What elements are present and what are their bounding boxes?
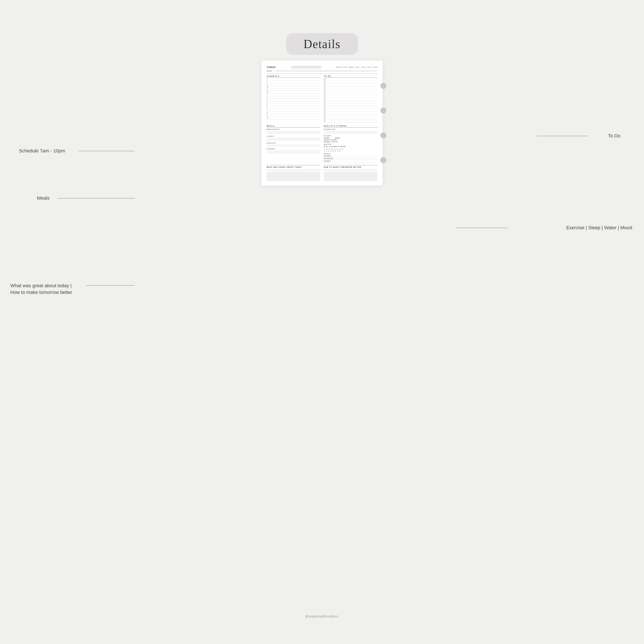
lunch-line-2 [267, 139, 320, 139]
dinner-label: DINNER [267, 148, 320, 150]
tomorrow-line-2 [324, 170, 377, 171]
todo-row-9 [324, 100, 377, 103]
mood-label: MOOD [324, 153, 377, 155]
binding-dot-3 [380, 132, 386, 138]
breakfast-line-3 [267, 133, 320, 134]
binding-dot-1 [380, 83, 386, 89]
binding-dots [380, 61, 386, 185]
todo-row-6 [324, 92, 377, 95]
today-label: TODAY [267, 66, 276, 68]
schedule-row-4: 4 [267, 101, 320, 104]
schedule-row-5: 5 [267, 104, 320, 106]
todo-row-2 [324, 81, 377, 84]
todo-row-8 [324, 98, 377, 100]
todo-circle-16 [324, 120, 325, 122]
what-great-line-2 [267, 170, 320, 171]
dinner-line-1 [267, 151, 320, 151]
awake-field: AWAKE : [335, 137, 341, 139]
main-divider [267, 74, 377, 74]
todo-header: TO DO [324, 75, 377, 77]
exercise-line-1 [324, 131, 377, 131]
todo-col: TO DO [324, 75, 377, 123]
dinner-line-2 [267, 152, 320, 152]
schedule-row-11: 11 [267, 88, 320, 91]
todo-row-3 [324, 84, 377, 87]
annotation-bottom: What was great about today |How to make … [10, 283, 72, 296]
todo-circle-8 [324, 98, 325, 100]
meals-health-section: MEALS BREAKFAST LUNCH SNACKS DINNER HEAL… [267, 125, 377, 163]
schedule-row-7b: 7 [267, 109, 320, 112]
schedule-row-8: 8 [267, 81, 320, 83]
binding-dot-2 [380, 108, 386, 114]
todo-circle-5 [324, 90, 325, 91]
schedule-row-1: 1 [267, 94, 320, 96]
todo-circle-2 [324, 81, 325, 83]
health-col: HEALTH & FITNESS EXERCISE SLEEP ASLEEP :… [324, 125, 377, 163]
todo-circle-7 [324, 95, 325, 97]
meals-header: MEALS [267, 125, 320, 127]
morning-row: MORNING : [324, 155, 377, 157]
health-header: HEALTH & FITNESS [324, 125, 377, 127]
todo-circle-4 [324, 87, 325, 89]
schedule-row-2: 2 [267, 96, 320, 99]
lunch-line-1 [267, 138, 320, 138]
todo-row-5 [324, 89, 377, 92]
todo-circle-10 [324, 104, 325, 105]
afternoon-row: AFTERNOON : [324, 158, 377, 160]
goal-row: GOAL : [267, 70, 377, 72]
annotation-meals-line [58, 198, 135, 198]
todo-circle-13 [324, 112, 325, 114]
todo-circle-1 [324, 79, 325, 80]
todo-row-1 [324, 78, 377, 81]
schedule-row-9: 9 [267, 83, 320, 86]
schedule-row-10a: 10 [267, 86, 320, 88]
planner-card: TODAY MON | TUE | WED | THU | FRI | SAT … [261, 61, 383, 185]
evening-row: EVENING : [324, 160, 377, 163]
water-numbers: 1 2 3 4 5 6 7 8 [324, 150, 377, 152]
asleep-field: ASLEEP : [324, 137, 330, 139]
snacks-label: SNACKS [267, 142, 320, 144]
tomorrow-box [324, 172, 377, 181]
todo-row-7 [324, 95, 377, 98]
footer: @simpleandtrendyco [305, 614, 339, 618]
water-goal-label: GOAL : 8 GLASSES OF WATER [324, 146, 377, 147]
todo-circle-11 [324, 106, 325, 108]
water-label: WATER [324, 143, 377, 145]
breakfast-line-1 [267, 131, 320, 131]
annotation-bottom-line [86, 285, 135, 286]
schedule-row-3: 3 [267, 99, 320, 101]
todo-circle-6 [324, 93, 325, 94]
todo-row-16 [324, 120, 377, 123]
schedule-row-8b: 8 [267, 112, 320, 114]
header-row: TODAY MON | TUE | WED | THU | FRI | SAT … [267, 66, 377, 69]
schedule-row-12: 12 [267, 91, 320, 94]
todo-circle-9 [324, 101, 325, 103]
annotation-schedule: Schedule 7am - 10pm [19, 148, 65, 154]
page-title: Details [304, 37, 341, 51]
schedule-row-10b: 10 [267, 117, 320, 119]
todo-circle-14 [324, 115, 325, 117]
breakfast-label: BREAKFAST [267, 128, 320, 130]
what-great-line-1 [267, 169, 320, 169]
schedule-col: SCHEDULE 7 8 9 10 11 12 1 2 3 4 5 6 7 8 … [267, 75, 320, 123]
dreams-row: DREAMS : YES | NO [324, 141, 377, 143]
what-great-col: WHAT WAS GREAT ABOUT TODAY [267, 165, 320, 181]
what-great-box [267, 172, 320, 181]
date-input-box[interactable] [291, 66, 321, 69]
todo-circle-3 [324, 84, 325, 86]
tomorrow-col: HOW TO MAKE TOMORROW BETTER [324, 165, 377, 181]
exercise-line-3 [324, 133, 377, 134]
sleep-asleep-awake-row: ASLEEP : AWAKE : [324, 137, 377, 139]
binding-dot-4 [380, 157, 386, 163]
lunch-label: LUNCH [267, 135, 320, 137]
snacks-line-2 [267, 146, 320, 146]
goal-label: GOAL : [267, 70, 274, 72]
todo-circle-15 [324, 118, 325, 119]
annotation-health: Exercise | Sleep | Water | Mood [566, 225, 632, 231]
what-great-header: WHAT WAS GREAT ABOUT TODAY [267, 166, 320, 168]
tomorrow-line-1 [324, 169, 377, 169]
title-container: Details [286, 33, 358, 55]
annotation-todo: To Do [608, 133, 620, 139]
meals-col: MEALS BREAKFAST LUNCH SNACKS DINNER [267, 125, 320, 163]
schedule-header: SCHEDULE [267, 75, 320, 77]
